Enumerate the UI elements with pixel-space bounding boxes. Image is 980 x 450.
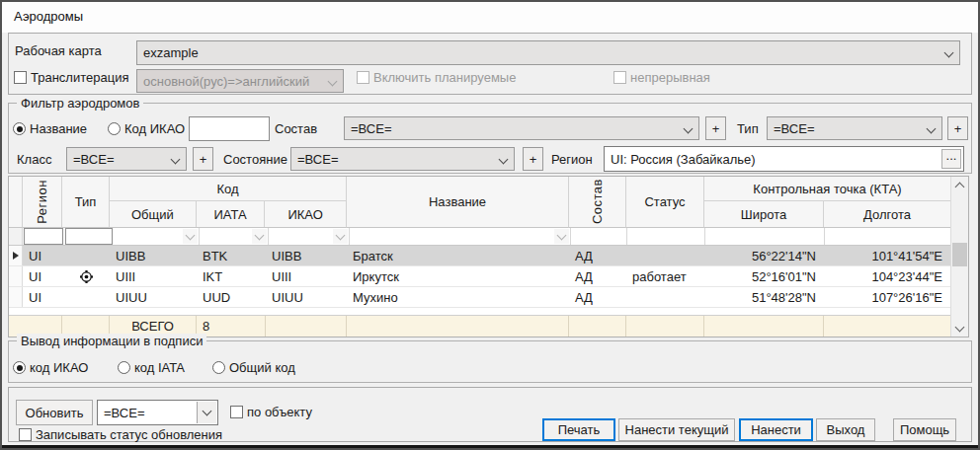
chevron-down-icon[interactable] <box>333 229 348 244</box>
filter-type-cell[interactable] <box>65 228 113 245</box>
state-add-button[interactable]: + <box>523 147 543 171</box>
chevron-down-icon[interactable] <box>183 229 198 244</box>
table-filter-row <box>9 228 950 246</box>
cell-iata: IKT <box>197 266 266 286</box>
chevron-down-icon <box>171 155 181 165</box>
chevron-down-icon[interactable] <box>554 229 569 244</box>
cell-common: UIUU <box>110 287 197 307</box>
apply-button[interactable]: Нанести <box>739 418 813 441</box>
print-button[interactable]: Печать <box>542 418 615 441</box>
table-row[interactable]: UI UIUU UUD UIUU Мухино АД 51°48'28"N 10… <box>9 287 950 308</box>
filter-selector-cell <box>9 228 23 245</box>
header-type[interactable]: Тип <box>62 177 110 228</box>
filter-iata-cell[interactable] <box>200 228 269 245</box>
cell-type <box>62 266 110 286</box>
filter-lon-cell[interactable] <box>825 228 950 245</box>
sostav-combo[interactable]: =ВСЕ= <box>344 116 699 140</box>
tip-label: Тип <box>737 121 759 136</box>
filter-common-cell[interactable] <box>114 228 201 245</box>
output-icao-label: код ИКАО <box>30 360 88 375</box>
cell-icao: UIII <box>266 266 347 286</box>
filter-sostav-cell[interactable] <box>571 228 628 245</box>
header-code[interactable]: Код <box>110 177 346 201</box>
cell-type <box>62 246 110 265</box>
output-iata-label: код IATA <box>134 360 185 375</box>
output-icao-radio[interactable] <box>13 361 26 374</box>
cell-name: Мухино <box>347 287 569 307</box>
vertical-scrollbar[interactable] <box>950 177 968 337</box>
chevron-down-icon[interactable] <box>252 229 267 244</box>
table-header: Регион Тип Код Общий ИАТА ИКАО Название … <box>9 177 950 228</box>
state-value: =ВСЕ= <box>297 152 338 167</box>
header-kta[interactable]: Контрольная точка (КТА) <box>704 177 950 201</box>
state-combo[interactable]: =ВСЕ= <box>290 147 515 171</box>
state-label: Состояние <box>223 152 287 167</box>
row-selector <box>9 266 23 286</box>
apply-current-button[interactable]: Нанести текущий <box>618 418 735 441</box>
tip-combo[interactable]: =ВСЕ= <box>767 116 942 140</box>
cell-name: Иркутск <box>347 266 569 286</box>
filter-status-cell[interactable] <box>627 228 705 245</box>
filter-by-name-radio[interactable] <box>13 122 26 135</box>
write-status-checkbox[interactable] <box>19 428 32 441</box>
help-button[interactable]: Помощь <box>893 418 956 441</box>
sostav-add-button[interactable]: + <box>705 116 726 140</box>
refresh-button[interactable]: Обновить <box>16 400 93 425</box>
output-common-label: Общий код <box>229 360 295 375</box>
transliteration-checkbox[interactable] <box>14 71 27 84</box>
header-status[interactable]: Статус <box>626 177 704 228</box>
cell-common: UIBB <box>110 246 197 265</box>
working-map-combo[interactable]: exzample <box>136 40 960 65</box>
row-selector <box>9 287 23 307</box>
table-row[interactable]: UI UIBB BTK UIBB Братск АД 56°22'14"N 10… <box>9 246 950 266</box>
scrollbar-thumb[interactable] <box>952 243 967 266</box>
header-lon[interactable]: Долгота <box>824 201 950 227</box>
name-filter-input[interactable] <box>189 116 270 141</box>
filter-lat-cell[interactable] <box>705 228 824 245</box>
by-object-checkbox[interactable] <box>230 406 243 418</box>
cell-status <box>626 287 704 307</box>
output-iata-radio[interactable] <box>118 361 130 374</box>
exit-button[interactable]: Выход <box>816 418 875 441</box>
filter-group-title: Фильтр аэродромов <box>17 96 143 111</box>
klass-add-button[interactable]: + <box>193 147 213 171</box>
continuous-checkbox <box>613 71 626 84</box>
header-name[interactable]: Название <box>347 177 569 228</box>
header-sostav[interactable]: Состав <box>569 177 626 228</box>
sostav-label: Состав <box>275 121 317 136</box>
filter-by-icao-radio[interactable] <box>108 122 121 135</box>
scroll-up-icon[interactable] <box>951 177 968 193</box>
scroll-down-icon[interactable] <box>951 320 968 337</box>
chevron-down-icon <box>499 155 509 165</box>
header-code-icao[interactable]: ИКАО <box>265 201 346 227</box>
cell-lon: 104°23'44"E <box>824 266 950 286</box>
chevron-down-icon[interactable] <box>197 402 216 423</box>
klass-combo[interactable]: =ВСЕ= <box>66 147 187 171</box>
klass-value: =ВСЕ= <box>73 152 114 167</box>
cell-sostav: АД <box>569 266 626 286</box>
cell-region: UI <box>23 266 62 286</box>
header-kta-group: Контрольная точка (КТА) Широта Долгота <box>704 177 950 228</box>
cell-common: UIII <box>110 266 197 286</box>
header-code-common[interactable]: Общий <box>110 201 197 227</box>
tip-add-button[interactable]: + <box>947 116 968 140</box>
transliteration-combo: основной(рус)=>английский <box>136 69 344 93</box>
filter-region-cell[interactable] <box>24 228 63 245</box>
table-row[interactable]: UI UIII IKT UIII <box>9 266 950 287</box>
plus-icon: + <box>530 152 537 167</box>
sostav-value: =ВСЕ= <box>351 121 391 136</box>
header-code-iata[interactable]: ИАТА <box>197 201 266 227</box>
region-browse-button[interactable]: ... <box>941 149 961 169</box>
cell-lat: 56°22'14"N <box>704 246 824 265</box>
refresh-filter-combo[interactable]: =ВСЕ= <box>97 400 218 425</box>
region-field[interactable]: UI: Россия (Забайкалье) ... <box>604 146 964 172</box>
filter-icao-cell[interactable] <box>269 228 350 245</box>
chevron-down-icon <box>684 124 694 134</box>
header-lat[interactable]: Широта <box>704 201 824 227</box>
output-common-radio[interactable] <box>212 361 225 374</box>
cell-sostav: АД <box>569 246 626 265</box>
cell-sostav: АД <box>569 287 626 307</box>
header-region[interactable]: Регион <box>23 177 62 228</box>
filter-name-cell[interactable] <box>350 228 571 245</box>
chevron-down-icon <box>328 77 338 87</box>
